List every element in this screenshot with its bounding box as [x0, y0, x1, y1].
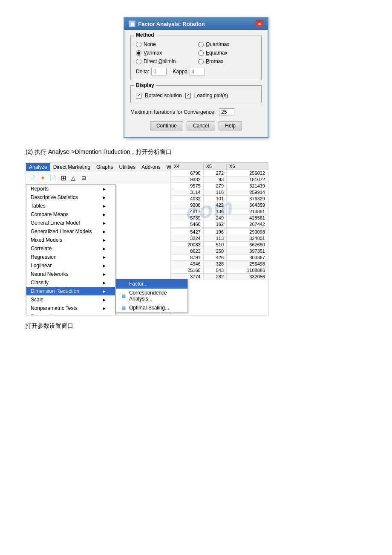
menu-classify-arrow: ► [102, 280, 107, 285]
menubar-analyze[interactable]: Analyze [26, 163, 50, 171]
display-group: Display Rotated solution Loading plot(s) [130, 85, 262, 103]
table-row: 5427196290098 [171, 229, 268, 235]
loading-plot-checkbox[interactable] [185, 93, 191, 98]
cancel-button[interactable]: Cancel [187, 121, 215, 130]
menu-regression[interactable]: Regression ► [26, 253, 115, 261]
radio-varimax[interactable]: Varimax [136, 50, 194, 56]
menu-dimension-reduction[interactable]: Dimension Reduction ► [26, 287, 115, 295]
menu-descriptive[interactable]: Descriptive Statistics ► [26, 193, 115, 202]
menu-correlate-arrow: ► [102, 246, 107, 251]
table-row: 3224113324801 [171, 235, 268, 242]
menu-compare-means-arrow: ► [102, 212, 107, 217]
menu-general-linear[interactable]: General Linear Model ► [26, 219, 115, 227]
kappa-field-group: Kappa 4 [173, 68, 205, 75]
menu-scale[interactable]: Scale ► [26, 295, 115, 304]
menu-tables[interactable]: Tables ► [26, 202, 115, 210]
menu-generalized-linear-arrow: ► [102, 229, 107, 234]
menu-mixed-models-arrow: ► [102, 238, 107, 243]
menubar-direct-marketing[interactable]: Direct Marketing [50, 163, 93, 171]
menu-tables-arrow: ► [102, 204, 107, 208]
menubar-graphs[interactable]: Graphs [93, 163, 116, 171]
radio-quartimax[interactable]: Quartimax [198, 41, 256, 47]
col-header-x6: X6 [227, 163, 268, 170]
submenu-factor[interactable]: ☉ Factor... [116, 279, 187, 289]
submenu-optimal-scaling[interactable]: ▦ Optimal Scaling... [116, 303, 187, 312]
menu-nonparametric[interactable]: Nonparametric Tests ► [26, 304, 115, 312]
factor-icon: ☉ [120, 280, 127, 287]
table-row: 5739249428561 [171, 215, 268, 221]
menu-compare-means[interactable]: Compare Means ► [26, 210, 115, 219]
rotated-solution-checkbox[interactable] [136, 93, 141, 98]
menu-classify-label: Classify [31, 280, 49, 286]
max-iter-input[interactable]: 25 [219, 108, 234, 116]
menu-forecasting-arrow: ► [102, 315, 107, 316]
menu-reports[interactable]: Reports ► [26, 185, 115, 193]
radio-oblimin-label: Direct Oblimin [144, 58, 176, 64]
submenu-correspondence[interactable]: ▦ Correspondence Analysis... [116, 289, 187, 303]
toolbar-icon-5[interactable]: △ [69, 173, 78, 183]
radio-equamax-circle [198, 50, 204, 56]
table-row: 251685431108886 [171, 267, 268, 274]
caption1: (2) 执行 Analyse->Dimention Ruduction，打开分析… [26, 148, 366, 156]
kappa-label: Kappa [173, 69, 187, 75]
submenu-factor-label: Factor... [129, 281, 147, 287]
menu-mixed-models[interactable]: Mixed Models ► [26, 236, 115, 244]
menu-neural-networks-label: Neural Networks [31, 271, 69, 277]
toolbar-icon-1[interactable]: 📄 [28, 173, 37, 183]
menu-loglinear-label: Loglinear [31, 263, 52, 269]
menu-mixed-models-label: Mixed Models [31, 237, 62, 243]
toolbar-icon-2[interactable]: ✦ [38, 173, 47, 183]
check-row: Rotated solution Loading plot(s) [136, 92, 256, 98]
menu-correlate[interactable]: Correlate ► [26, 244, 115, 253]
dialog-body: Method None Quartimax Varima [124, 30, 268, 137]
menu-descriptive-label: Descriptive Statistics [31, 194, 78, 200]
continue-button[interactable]: Continue [150, 121, 183, 130]
menu-generalized-linear[interactable]: Generalized Linear Models ► [26, 227, 115, 236]
table-row: 933293181072 [171, 176, 268, 183]
radio-varimax-label: Varimax [144, 50, 162, 56]
delta-kappa-row: Delta: 0 Kappa 4 [136, 68, 256, 75]
radio-none[interactable]: None [136, 41, 194, 47]
menu-forecasting-label: Forecasting [31, 314, 58, 315]
radio-grid: None Quartimax Varimax Equ [136, 41, 256, 64]
radio-equamax-label: Equamax [206, 50, 228, 56]
kappa-input[interactable]: 4 [190, 68, 205, 75]
dropdown-container: Reports ► Descriptive Statistics ► Table… [26, 184, 170, 315]
delta-label: Delta: [136, 69, 149, 75]
display-label: Display [134, 82, 156, 88]
toolbar-icon-3[interactable]: 📄 [48, 173, 58, 183]
table-row: 4032101376329 [171, 196, 268, 202]
menu-neural-networks-arrow: ► [102, 272, 107, 277]
menu-compare-means-label: Compare Means [31, 211, 69, 217]
radio-promax[interactable]: Promax [198, 58, 256, 64]
toolbar-icon-6[interactable]: ⊟ [79, 173, 88, 183]
table-row: 4946328255498 [171, 261, 268, 267]
menu-generalized-linear-label: Generalized Linear Models [31, 228, 92, 234]
col-header-x4: X4 [171, 163, 204, 170]
dialog-buttons: Continue Cancel Help [130, 121, 262, 130]
menu-forecasting[interactable]: Forecasting ► [26, 312, 115, 315]
table-row: 3114116259914 [171, 189, 268, 196]
max-iter-row: Maximum Iterations for Convergence: 25 [130, 108, 262, 116]
help-button[interactable]: Help [219, 121, 242, 130]
radio-direct-oblimin[interactable]: Direct Oblimin [136, 58, 194, 64]
menubar-utilities[interactable]: Utilities [116, 163, 138, 171]
spss-screenshot: Analyze Direct Marketing Graphs Utilitie… [26, 162, 268, 315]
menu-regression-arrow: ► [102, 255, 107, 260]
radio-promax-circle [198, 59, 204, 64]
delta-input[interactable]: 0 [151, 68, 167, 75]
menubar-addons[interactable]: Add-ons [138, 163, 164, 171]
menu-classify[interactable]: Classify ► [26, 278, 115, 287]
radio-none-label: None [144, 41, 156, 47]
radio-equamax[interactable]: Equamax [198, 50, 256, 56]
dialog-close-button[interactable]: × [256, 20, 263, 27]
toolbar-icon-4[interactable]: ⊞ [58, 173, 68, 183]
submenu-correspondence-label: Correspondence Analysis... [129, 290, 183, 302]
menu-general-linear-label: General Linear Model [31, 220, 80, 226]
menu-neural-networks[interactable]: Neural Networks ► [26, 270, 115, 278]
menu-loglinear[interactable]: Loglinear ► [26, 261, 115, 270]
delta-field-group: Delta: 0 [136, 68, 167, 75]
col-header-x5: X5 [203, 163, 226, 170]
menu-regression-label: Regression [31, 254, 57, 260]
correspondence-icon: ▦ [120, 292, 127, 299]
